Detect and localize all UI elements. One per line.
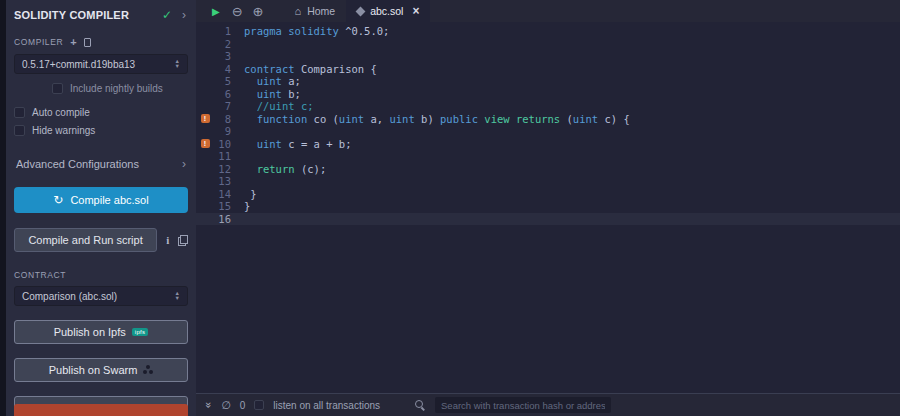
advanced-configurations-toggle[interactable]: Advanced Configurations › xyxy=(6,158,196,170)
publish-swarm-button[interactable]: Publish on Swarm xyxy=(14,358,188,382)
publish-ipfs-button[interactable]: Publish on Ipfs ipfs xyxy=(14,320,188,344)
file-icon[interactable] xyxy=(84,38,91,47)
copy-icon[interactable] xyxy=(178,235,188,246)
run-script-button[interactable]: ▶ xyxy=(212,6,220,17)
line-number: 12 xyxy=(214,163,244,176)
contract-section-label: CONTRACT xyxy=(6,270,196,280)
solidity-compiler-panel: SOLIDITY COMPILER ✓ › COMPILER + 0.5.17+… xyxy=(6,0,196,416)
chevron-right-icon: › xyxy=(182,158,186,170)
compile-button[interactable]: ↻ Compile abc.sol xyxy=(14,187,188,213)
solidity-file-icon xyxy=(356,6,366,16)
code-line[interactable]: !10 uint c = a + b; xyxy=(196,138,900,151)
gutter-margin xyxy=(196,175,214,188)
chevron-right-icon[interactable]: › xyxy=(182,9,186,21)
gutter-margin xyxy=(196,150,214,163)
add-compiler-icon[interactable]: + xyxy=(70,36,77,48)
zoom-out-button[interactable]: ⊖ xyxy=(232,5,243,18)
compiler-label: COMPILER xyxy=(14,37,63,47)
bottom-partial-button[interactable] xyxy=(14,404,188,416)
include-nightly-checkbox[interactable] xyxy=(52,83,63,94)
line-number: 3 xyxy=(214,50,244,63)
code-text: uint c = a + b; xyxy=(244,138,352,151)
line-number: 13 xyxy=(214,175,244,188)
gutter-margin xyxy=(196,125,214,138)
publish-swarm-label: Publish on Swarm xyxy=(49,364,138,376)
code-line[interactable]: 13 xyxy=(196,175,900,188)
info-icon[interactable]: i xyxy=(166,234,169,246)
error-annotation-icon[interactable]: ! xyxy=(196,113,214,126)
line-number: 16 xyxy=(214,213,244,226)
line-number: 4 xyxy=(214,63,244,76)
gutter-margin xyxy=(196,38,214,51)
transaction-count: 0 xyxy=(240,400,246,411)
contract-select-value: Comparison (abc.sol) xyxy=(22,291,117,302)
clear-console-icon[interactable]: ∅ xyxy=(221,399,231,412)
code-line[interactable]: 4contract Comparison { xyxy=(196,63,900,76)
code-line[interactable]: 3 xyxy=(196,50,900,63)
include-nightly-label: Include nightly builds xyxy=(70,83,163,94)
code-line[interactable]: 7 //uint c; xyxy=(196,100,900,113)
code-text: } xyxy=(244,188,257,201)
compile-success-check-icon: ✓ xyxy=(162,8,172,22)
compiler-section-label: COMPILER + xyxy=(6,36,196,48)
auto-compile-checkbox[interactable] xyxy=(14,107,25,118)
code-line[interactable]: 12 return (c); xyxy=(196,163,900,176)
compile-button-label: Compile abc.sol xyxy=(70,194,148,206)
code-text: } xyxy=(244,200,250,213)
code-line[interactable]: 14 } xyxy=(196,188,900,201)
compiler-version-select[interactable]: 0.5.17+commit.d19bba13 ▲▼ xyxy=(14,54,188,74)
advanced-configurations-label: Advanced Configurations xyxy=(16,158,139,170)
code-text: contract Comparison { xyxy=(244,63,377,76)
terminal-search-input[interactable] xyxy=(435,397,611,413)
line-number: 15 xyxy=(214,200,244,213)
tab-home[interactable]: ⌂ Home xyxy=(284,0,347,22)
listen-transactions-checkbox[interactable] xyxy=(254,400,264,410)
gutter-margin xyxy=(196,88,214,101)
code-text: pragma solidity ^0.5.0; xyxy=(244,25,389,38)
select-arrows-icon: ▲▼ xyxy=(175,59,180,69)
panel-title: SOLIDITY COMPILER xyxy=(14,9,162,21)
gutter-margin xyxy=(196,63,214,76)
code-text: function co (uint a, uint b) public view… xyxy=(244,113,630,126)
hide-warnings-checkbox[interactable] xyxy=(14,125,25,136)
gutter-margin xyxy=(196,50,214,63)
ipfs-badge: ipfs xyxy=(132,328,149,336)
code-editor[interactable]: 1pragma solidity ^0.5.0;234contract Comp… xyxy=(196,22,900,393)
code-line[interactable]: 9 xyxy=(196,125,900,138)
contract-select[interactable]: Comparison (abc.sol) ▲▼ xyxy=(14,286,188,306)
hide-warnings-row: Hide warnings xyxy=(6,125,196,136)
code-line[interactable]: !8 function co (uint a, uint b) public v… xyxy=(196,113,900,126)
line-number: 2 xyxy=(214,38,244,51)
line-number: 9 xyxy=(214,125,244,138)
tab-abc-sol[interactable]: abc.sol × xyxy=(346,0,430,22)
tab-bar: ⌂ Home abc.sol × xyxy=(284,0,431,22)
gutter-margin xyxy=(196,75,214,88)
code-line[interactable]: 1pragma solidity ^0.5.0; xyxy=(196,25,900,38)
code-text: uint b; xyxy=(244,88,301,101)
select-arrows-icon: ▲▼ xyxy=(175,291,180,301)
remix-ide: SOLIDITY COMPILER ✓ › COMPILER + 0.5.17+… xyxy=(0,0,900,416)
code-line[interactable]: 11 xyxy=(196,150,900,163)
gutter-margin xyxy=(196,25,214,38)
zoom-in-button[interactable]: ⊕ xyxy=(253,5,264,18)
tab-home-label: Home xyxy=(307,5,335,17)
line-number: 1 xyxy=(214,25,244,38)
close-tab-icon[interactable]: × xyxy=(412,4,419,18)
code-line[interactable]: 15} xyxy=(196,200,900,213)
code-line[interactable]: 5 uint a; xyxy=(196,75,900,88)
code-line[interactable]: 2 xyxy=(196,38,900,51)
line-number: 5 xyxy=(214,75,244,88)
compiler-version-value: 0.5.17+commit.d19bba13 xyxy=(22,59,135,70)
gutter-margin xyxy=(196,100,214,113)
line-number: 10 xyxy=(214,138,244,151)
line-number: 11 xyxy=(214,150,244,163)
gutter-margin xyxy=(196,200,214,213)
line-number: 7 xyxy=(214,100,244,113)
code-text: return (c); xyxy=(244,163,326,176)
error-annotation-icon[interactable]: ! xyxy=(196,138,214,151)
contract-label: CONTRACT xyxy=(14,270,66,280)
code-line[interactable]: 16 xyxy=(196,213,900,226)
compile-and-run-button[interactable]: Compile and Run script xyxy=(14,228,157,252)
expand-terminal-icon[interactable]: » xyxy=(203,402,215,408)
code-line[interactable]: 6 uint b; xyxy=(196,88,900,101)
